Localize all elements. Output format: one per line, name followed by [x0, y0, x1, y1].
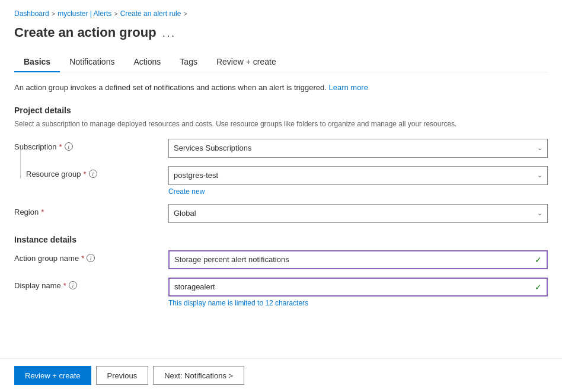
- resource-group-label: Resource group: [26, 170, 81, 179]
- resource-group-dropdown[interactable]: postgres-test ⌄: [168, 166, 548, 185]
- subscription-label-col: Subscription * i: [14, 139, 168, 151]
- previous-button[interactable]: Previous: [96, 366, 149, 385]
- description-text: An action group invokes a defined set of…: [14, 83, 327, 92]
- action-group-name-check-icon: ✓: [535, 255, 542, 264]
- region-required: *: [41, 208, 44, 216]
- action-group-name-info-icon[interactable]: i: [87, 254, 95, 262]
- region-arrow: ⌄: [537, 209, 542, 217]
- resource-group-required: *: [84, 170, 87, 179]
- instance-details-section: Instance details Action group name * i S…: [14, 235, 548, 307]
- subscription-dropdown[interactable]: Services Subscriptions ⌄: [168, 139, 548, 158]
- region-dropdown[interactable]: Global ⌄: [168, 204, 548, 223]
- breadcrumb-sep-1: >: [52, 10, 55, 17]
- breadcrumb-sep-2: >: [114, 10, 117, 17]
- display-name-input[interactable]: storagealert ✓: [168, 278, 548, 297]
- action-group-name-value: Storage percent alert notifications: [174, 255, 289, 264]
- display-name-label-col: Display name * i: [14, 278, 168, 290]
- subscription-info-icon[interactable]: i: [65, 142, 73, 151]
- display-name-check-icon: ✓: [535, 282, 542, 292]
- region-label: Region: [14, 208, 39, 216]
- action-group-name-label-col: Action group name * i: [14, 250, 168, 263]
- region-label-col: Region *: [14, 204, 168, 216]
- display-name-hint: This display name is limited to 12 chara…: [168, 299, 548, 307]
- resource-group-row: Resource group * i postgres-test ⌄ Creat…: [14, 166, 548, 196]
- breadcrumb-sep-3: >: [183, 10, 187, 17]
- resource-group-label-col: Resource group * i: [14, 166, 168, 179]
- instance-details-heading: Instance details: [14, 235, 548, 244]
- action-group-name-control: Storage percent alert notifications ✓: [168, 250, 548, 269]
- project-details-heading: Project details: [14, 106, 548, 115]
- subscription-row: Subscription * i Services Subscriptions …: [14, 139, 548, 158]
- breadcrumb-alert-rule[interactable]: Create an alert rule: [120, 9, 181, 18]
- next-button[interactable]: Next: Notifications >: [153, 366, 244, 385]
- page-title-ellipsis: ...: [162, 26, 176, 40]
- breadcrumb: Dashboard > mycluster | Alerts > Create …: [14, 9, 548, 18]
- subscription-control: Services Subscriptions ⌄: [168, 139, 548, 158]
- display-name-control: storagealert ✓ This display name is limi…: [168, 278, 548, 307]
- resource-group-arrow: ⌄: [537, 171, 542, 179]
- resource-group-info-icon[interactable]: i: [89, 170, 97, 178]
- region-row: Region * Global ⌄: [14, 204, 548, 223]
- action-group-name-label: Action group name: [14, 254, 79, 263]
- tab-actions[interactable]: Actions: [124, 52, 170, 72]
- display-name-row: Display name * i storagealert ✓ This dis…: [14, 278, 548, 307]
- tab-review-create[interactable]: Review + create: [207, 52, 286, 72]
- tab-notifications[interactable]: Notifications: [60, 52, 124, 72]
- review-create-button[interactable]: Review + create: [14, 366, 91, 385]
- region-value: Global: [174, 209, 196, 218]
- breadcrumb-mycluster[interactable]: mycluster | Alerts: [58, 9, 111, 18]
- display-name-info-icon[interactable]: i: [69, 281, 77, 289]
- resource-group-value: postgres-test: [174, 171, 218, 180]
- subscription-required: *: [59, 142, 62, 151]
- display-name-label: Display name: [14, 281, 61, 290]
- breadcrumb-dashboard[interactable]: Dashboard: [14, 9, 49, 18]
- subscription-value: Services Subscriptions: [174, 144, 252, 152]
- create-new-link[interactable]: Create new: [168, 187, 205, 196]
- description: An action group invokes a defined set of…: [14, 82, 548, 94]
- page-title: Create an action group: [14, 25, 157, 40]
- action-group-name-required: *: [81, 254, 84, 263]
- resource-group-control: postgres-test ⌄ Create new: [168, 166, 548, 196]
- region-control: Global ⌄: [168, 204, 548, 223]
- learn-more-link[interactable]: Learn more: [328, 83, 368, 92]
- project-details-description: Select a subscription to manage deployed…: [14, 119, 548, 129]
- display-name-value: storagealert: [174, 282, 215, 291]
- tab-tags[interactable]: Tags: [170, 52, 207, 72]
- bottom-bar: Review + create Previous Next: Notificat…: [0, 358, 562, 392]
- page-title-container: Create an action group ...: [14, 25, 548, 40]
- tabs-container: Basics Notifications Actions Tags Review…: [14, 52, 548, 72]
- tab-basics[interactable]: Basics: [14, 52, 60, 72]
- action-group-name-input[interactable]: Storage percent alert notifications ✓: [168, 250, 548, 269]
- subscription-arrow: ⌄: [537, 144, 542, 152]
- action-group-name-row: Action group name * i Storage percent al…: [14, 250, 548, 269]
- display-name-required: *: [63, 281, 66, 290]
